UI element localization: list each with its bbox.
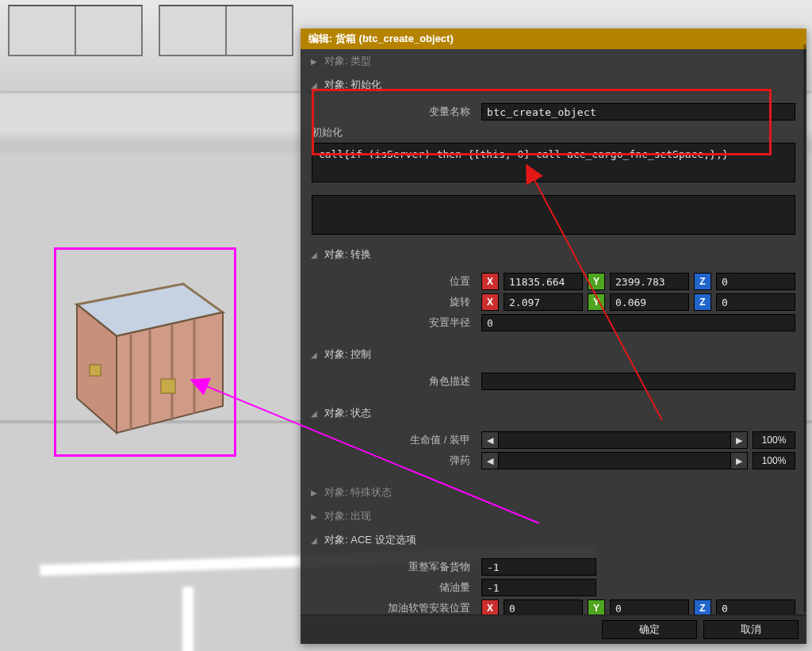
rotation-label: 旋转 xyxy=(312,295,477,309)
fuel-input[interactable] xyxy=(481,579,596,596)
chevron-down-icon: ◢ xyxy=(310,409,318,418)
panel-footer: 确定 取消 xyxy=(301,615,806,644)
window-title: 编辑: 货箱 (btc_create_object) xyxy=(301,29,806,49)
window xyxy=(8,5,143,56)
hose-y-input[interactable] xyxy=(610,599,689,615)
section-control-body: 角色描述 xyxy=(301,366,806,401)
rearm-input[interactable] xyxy=(481,558,596,576)
section-transform-header[interactable]: ◢ 对象: 转换 xyxy=(301,243,806,266)
hp-decrease-button[interactable]: ◀ xyxy=(481,431,499,449)
ammo-decrease-button[interactable]: ◀ xyxy=(481,452,499,469)
hose-label: 加油软管安装位置 xyxy=(312,601,477,615)
chevron-down-icon: ◢ xyxy=(310,81,318,90)
hp-slider[interactable] xyxy=(499,431,730,449)
section-state-body: 生命值 / 装甲 ◀ ▶ 100% 弹药 ◀ ▶ 100% xyxy=(301,425,806,481)
section-ace-body: 重整军备货物 储油量 加油软管安装位置 X Y Z 是维修设施 货物 xyxy=(301,552,806,615)
placement-radius-label: 安置半径 xyxy=(312,316,477,330)
section-presence-title: 对象: 出现 xyxy=(324,509,371,523)
section-transform-body: 位置 X Y Z 旋转 X Y Z 安置半径 xyxy=(301,266,806,343)
rotation-x-input[interactable] xyxy=(504,293,583,311)
chevron-right-icon: ▶ xyxy=(310,512,318,521)
rearm-label: 重整军备货物 xyxy=(312,560,477,574)
section-special-header[interactable]: ▶ 对象: 特殊状态 xyxy=(301,481,806,504)
fuel-label: 储油量 xyxy=(312,580,477,595)
hp-label: 生命值 / 装甲 xyxy=(312,433,477,447)
axis-z-label: Z xyxy=(694,293,711,311)
chevron-down-icon: ◢ xyxy=(310,251,318,259)
ok-button[interactable]: 确定 xyxy=(602,620,697,639)
chevron-right-icon: ▶ xyxy=(310,488,318,497)
position-label: 位置 xyxy=(312,274,477,289)
axis-y-label: Y xyxy=(588,273,605,290)
hose-x-input[interactable] xyxy=(504,599,583,615)
axis-y-label: Y xyxy=(588,293,605,311)
role-description-label: 角色描述 xyxy=(312,374,477,389)
ammo-percent: 100% xyxy=(753,452,795,469)
section-state-header[interactable]: ◢ 对象: 状态 xyxy=(301,401,806,425)
editor-panel: 编辑: 货箱 (btc_create_object) ▶ 对象: 类型 ◢ 对象… xyxy=(301,29,806,644)
varname-label: 变量名称 xyxy=(312,105,477,119)
position-z-input[interactable] xyxy=(716,273,795,290)
section-state-title: 对象: 状态 xyxy=(324,406,371,420)
section-init-body: 变量名称 初始化 call{if (isServer) then {[this,… xyxy=(301,97,806,243)
axis-x-label: X xyxy=(481,293,499,311)
cancel-button[interactable]: 取消 xyxy=(703,620,799,639)
varname-input[interactable] xyxy=(481,103,795,121)
placement-radius-input[interactable] xyxy=(481,314,795,331)
position-x-input[interactable] xyxy=(504,273,583,290)
hp-increase-button[interactable]: ▶ xyxy=(730,431,748,449)
section-init-header[interactable]: ◢ 对象: 初始化 xyxy=(301,73,806,97)
ammo-label: 弹药 xyxy=(312,454,477,468)
rotation-z-input[interactable] xyxy=(716,293,795,311)
axis-z-label: Z xyxy=(694,599,711,615)
scrollbar[interactable] xyxy=(803,44,806,612)
chevron-down-icon: ◢ xyxy=(310,350,318,359)
window xyxy=(159,5,293,56)
chevron-right-icon: ▶ xyxy=(310,57,318,66)
hose-z-input[interactable] xyxy=(716,599,795,615)
section-control-header[interactable]: ◢ 对象: 控制 xyxy=(301,343,806,366)
section-init-title: 对象: 初始化 xyxy=(324,78,381,92)
parking-line xyxy=(182,587,193,651)
hp-percent: 100% xyxy=(753,431,795,449)
section-transform-title: 对象: 转换 xyxy=(324,247,371,262)
axis-x-label: X xyxy=(481,273,499,290)
section-control-title: 对象: 控制 xyxy=(324,347,371,362)
axis-y-label: Y xyxy=(588,599,605,615)
init-secondary-box[interactable] xyxy=(312,195,795,235)
ammo-slider[interactable] xyxy=(499,452,730,469)
role-description-input[interactable] xyxy=(481,373,795,390)
section-presence-header[interactable]: ▶ 对象: 出现 xyxy=(301,504,806,528)
init-label: 初始化 xyxy=(312,125,795,140)
section-ace-header[interactable]: ◢ 对象: ACE 设定选项 xyxy=(301,528,806,552)
section-type-title: 对象: 类型 xyxy=(324,54,371,68)
chevron-down-icon: ◢ xyxy=(310,536,318,545)
axis-z-label: Z xyxy=(694,273,711,290)
axis-x-label: X xyxy=(481,599,499,615)
section-type-header[interactable]: ▶ 对象: 类型 xyxy=(301,49,806,73)
section-ace-title: 对象: ACE 设定选项 xyxy=(324,533,416,547)
section-special-title: 对象: 特殊状态 xyxy=(324,485,392,500)
ammo-increase-button[interactable]: ▶ xyxy=(730,452,748,469)
panel-content: ▶ 对象: 类型 ◢ 对象: 初始化 变量名称 初始化 call{if (isS… xyxy=(301,49,806,615)
position-y-input[interactable] xyxy=(610,273,689,290)
rotation-y-input[interactable] xyxy=(610,293,689,311)
init-code-input[interactable]: call{if (isServer) then {[this, 0] call … xyxy=(312,143,795,182)
